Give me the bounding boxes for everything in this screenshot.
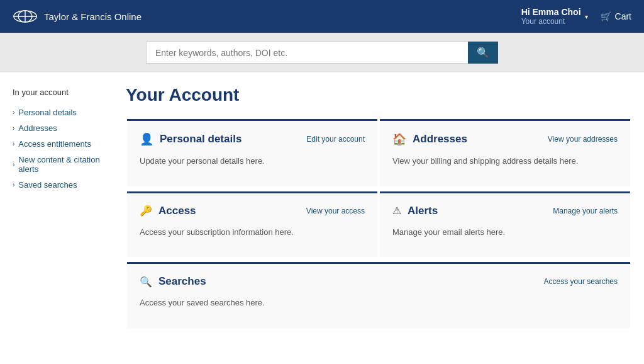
logo-text: Taylor & Francis Online (44, 11, 142, 22)
user-account-label: Your account (521, 17, 581, 26)
cards-row-2: 🔑 Access View your access Access your su… (126, 190, 631, 259)
person-icon: 👤 (140, 132, 153, 146)
chevron-right-icon: › (13, 140, 14, 147)
card-access-desc: Access your subscription information her… (140, 226, 365, 239)
card-personal-details-desc: Update your personal details here. (140, 155, 365, 168)
access-searches-link[interactable]: Access your searches (544, 277, 618, 286)
card-addresses-header: 🏠 Addresses View your addresses (392, 132, 618, 146)
card-title-group: 🏠 Addresses (392, 132, 467, 146)
card-addresses: 🏠 Addresses View your addresses View you… (380, 119, 630, 186)
main-content: In your account › Personal details › Add… (0, 72, 644, 364)
chevron-right-icon: › (13, 125, 14, 132)
card-title-group: 🔑 Access (140, 205, 196, 217)
view-access-link[interactable]: View your access (306, 207, 365, 215)
sidebar-item-label: Access entitlements (18, 139, 91, 149)
sidebar-item-access-entitlements[interactable]: › Access entitlements (13, 136, 113, 152)
card-personal-details-header: 👤 Personal details Edit your account (140, 132, 365, 146)
card-searches-title: Searches (158, 275, 206, 288)
card-access-title: Access (158, 205, 196, 217)
header: Taylor & Francis Online Hi Emma Choi You… (0, 0, 644, 33)
card-alerts-header: ⚠ Alerts Manage your alerts (392, 205, 618, 217)
card-access: 🔑 Access View your access Access your su… (127, 191, 377, 258)
search-icon: 🔍 (140, 276, 152, 288)
alert-icon: ⚠ (392, 205, 401, 217)
card-alerts: ⚠ Alerts Manage your alerts Manage your … (380, 191, 630, 258)
card-searches-desc: Access your saved searches here. (140, 297, 618, 309)
header-right: Hi Emma Choi Your account ▾ 🛒 Cart (521, 7, 631, 26)
home-icon: 🏠 (392, 132, 406, 146)
card-searches: 🔍 Searches Access your searches Access y… (127, 262, 630, 328)
card-addresses-desc: View your billing and shipping address d… (392, 155, 618, 168)
access-icon: 🔑 (140, 205, 152, 217)
sidebar-item-new-content[interactable]: › New content & citation alerts (13, 152, 113, 177)
view-addresses-link[interactable]: View your addresses (548, 135, 618, 144)
sidebar-title: In your account (13, 88, 113, 97)
card-title-group: 👤 Personal details (140, 132, 242, 146)
search-input[interactable] (146, 42, 468, 64)
sidebar-item-saved-searches[interactable]: › Saved searches (13, 177, 113, 193)
card-personal-details-title: Personal details (160, 133, 242, 145)
chevron-right-icon: › (13, 109, 14, 116)
edit-account-link[interactable]: Edit your account (306, 135, 365, 144)
cards-row-1: 👤 Personal details Edit your account Upd… (126, 118, 631, 188)
chevron-right-icon: › (13, 161, 14, 168)
search-button[interactable]: 🔍 (468, 42, 498, 64)
sidebar-item-label: Saved searches (18, 180, 77, 190)
logo-icon (13, 7, 38, 26)
sidebar-item-addresses[interactable]: › Addresses (13, 120, 113, 136)
card-alerts-title: Alerts (408, 205, 438, 217)
page-content: Your Account 👤 Personal details Edit you… (126, 85, 631, 358)
user-greeting: Hi Emma Choi (521, 7, 581, 17)
card-personal-details: 👤 Personal details Edit your account Upd… (127, 119, 377, 186)
manage-alerts-link[interactable]: Manage your alerts (553, 207, 618, 215)
logo: Taylor & Francis Online (13, 7, 142, 26)
card-searches-header: 🔍 Searches Access your searches (140, 275, 618, 288)
search-container: 🔍 (146, 42, 498, 64)
chevron-right-icon: › (13, 181, 14, 188)
sidebar-item-label: Personal details (18, 108, 77, 117)
cart-label: Cart (615, 11, 631, 21)
page-title: Your Account (126, 85, 631, 105)
card-access-header: 🔑 Access View your access (140, 205, 365, 217)
cards-row-3: 🔍 Searches Access your searches Access y… (126, 261, 631, 329)
sidebar: In your account › Personal details › Add… (13, 85, 113, 358)
sidebar-item-personal-details[interactable]: › Personal details (13, 105, 113, 120)
card-alerts-desc: Manage your email alerts here. (392, 226, 618, 239)
cart-icon: 🛒 (601, 11, 611, 21)
search-icon: 🔍 (477, 47, 489, 58)
sidebar-item-label: Addresses (18, 123, 57, 133)
card-addresses-title: Addresses (413, 133, 467, 145)
card-title-group: 🔍 Searches (140, 275, 206, 288)
search-bar: 🔍 (0, 33, 644, 72)
chevron-down-icon: ▾ (585, 13, 588, 20)
sidebar-item-label: New content & citation alerts (18, 155, 113, 174)
user-menu[interactable]: Hi Emma Choi Your account ▾ (521, 7, 588, 26)
card-title-group: ⚠ Alerts (392, 205, 438, 217)
cart-button[interactable]: 🛒 Cart (601, 11, 631, 21)
